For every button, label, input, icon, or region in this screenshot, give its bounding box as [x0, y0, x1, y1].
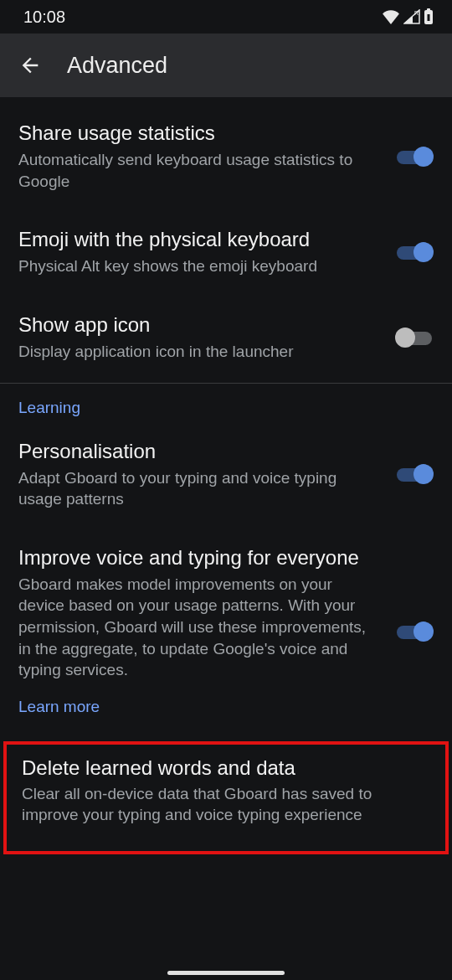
- toggle-emoji-physical[interactable]: [395, 241, 434, 263]
- toggle-show-app-icon[interactable]: [395, 327, 434, 348]
- page-title: Advanced: [67, 53, 167, 79]
- svg-rect-2: [427, 8, 430, 11]
- svg-text:R: R: [414, 10, 419, 16]
- status-time: 10:08: [23, 8, 65, 27]
- setting-subtitle: Automatically send keyboard usage statis…: [18, 149, 378, 192]
- setting-share-usage[interactable]: Share usage statistics Automatically sen…: [0, 104, 452, 210]
- setting-subtitle: Physical Alt key shows the emoji keyboar…: [18, 255, 378, 277]
- app-bar: Advanced: [0, 34, 452, 97]
- setting-show-app-icon[interactable]: Show app icon Display application icon i…: [0, 296, 452, 381]
- section-header-learning: Learning: [0, 384, 452, 422]
- battery-icon: [424, 8, 434, 25]
- setting-improve-voice-typing[interactable]: Improve voice and typing for everyone Gb…: [0, 529, 452, 736]
- wifi-icon: [382, 9, 400, 24]
- setting-subtitle: Display application icon in the launcher: [18, 341, 378, 363]
- setting-title: Delete learned words and data: [22, 756, 430, 780]
- status-bar: 10:08 R: [0, 0, 452, 34]
- setting-subtitle: Adapt Gboard to your typing and voice ty…: [18, 467, 378, 510]
- setting-title: Personalisation: [18, 439, 378, 464]
- setting-emoji-physical[interactable]: Emoji with the physical keyboard Physica…: [0, 210, 452, 296]
- setting-title: Improve voice and typing for everyone: [18, 545, 378, 570]
- setting-subtitle: Clear all on-device data that Gboard has…: [22, 783, 430, 826]
- setting-personalisation[interactable]: Personalisation Adapt Gboard to your typ…: [0, 422, 452, 529]
- toggle-share-usage[interactable]: [395, 146, 434, 168]
- back-button[interactable]: [18, 54, 42, 77]
- setting-title: Show app icon: [18, 312, 378, 338]
- arrow-back-icon: [18, 54, 42, 77]
- signal-icon: R: [403, 9, 420, 24]
- setting-title: Share usage statistics: [18, 121, 378, 146]
- setting-title: Emoji with the physical keyboard: [18, 227, 378, 252]
- settings-list: Share usage statistics Automatically sen…: [0, 97, 452, 854]
- svg-rect-3: [428, 14, 430, 21]
- setting-subtitle: Gboard makes model improvements on your …: [18, 574, 378, 718]
- toggle-personalisation[interactable]: [395, 463, 434, 485]
- learn-more-link[interactable]: Learn more: [18, 696, 378, 718]
- status-icons: R: [382, 8, 434, 25]
- nav-handle[interactable]: [167, 971, 285, 975]
- toggle-improve-voice-typing[interactable]: [395, 621, 434, 642]
- setting-delete-learned-words[interactable]: Delete learned words and data Clear all …: [3, 741, 449, 854]
